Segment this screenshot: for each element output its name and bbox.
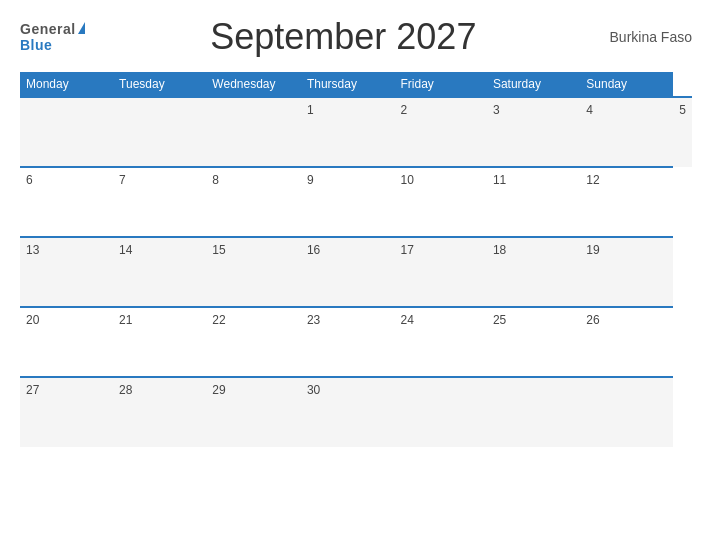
day-number: 13 xyxy=(26,243,39,257)
day-number: 15 xyxy=(212,243,225,257)
day-number: 7 xyxy=(119,173,126,187)
weekday-monday: Monday xyxy=(20,72,113,97)
calendar-week-row: 20212223242526 xyxy=(20,307,692,377)
day-number: 12 xyxy=(586,173,599,187)
weekday-tuesday: Tuesday xyxy=(113,72,206,97)
day-number: 24 xyxy=(400,313,413,327)
calendar-day-cell: 1 xyxy=(301,97,395,167)
calendar-day-cell xyxy=(394,377,486,447)
calendar-day-cell xyxy=(206,97,301,167)
weekday-friday: Friday xyxy=(394,72,486,97)
day-number: 29 xyxy=(212,383,225,397)
month-title: September 2027 xyxy=(85,16,602,58)
logo-general-text: General xyxy=(20,21,76,37)
calendar-day-cell xyxy=(580,377,673,447)
calendar-day-cell: 22 xyxy=(206,307,301,377)
calendar-day-cell: 29 xyxy=(206,377,301,447)
weekday-header-row: Monday Tuesday Wednesday Thursday Friday… xyxy=(20,72,692,97)
calendar-week-row: 27282930 xyxy=(20,377,692,447)
day-number: 11 xyxy=(493,173,506,187)
calendar-day-cell: 20 xyxy=(20,307,113,377)
calendar-day-cell: 24 xyxy=(394,307,486,377)
weekday-thursday: Thursday xyxy=(301,72,395,97)
logo: General Blue xyxy=(20,21,85,53)
country-label: Burkina Faso xyxy=(602,29,692,45)
day-number: 16 xyxy=(307,243,320,257)
day-number: 4 xyxy=(586,103,593,117)
calendar-day-cell: 16 xyxy=(301,237,395,307)
calendar-day-cell: 18 xyxy=(487,237,580,307)
day-number: 2 xyxy=(400,103,407,117)
calendar-day-cell: 25 xyxy=(487,307,580,377)
calendar-day-cell: 28 xyxy=(113,377,206,447)
calendar-day-cell: 9 xyxy=(301,167,395,237)
day-number: 1 xyxy=(307,103,314,117)
calendar-day-cell xyxy=(113,97,206,167)
day-number: 27 xyxy=(26,383,39,397)
day-number: 28 xyxy=(119,383,132,397)
calendar-grid: Monday Tuesday Wednesday Thursday Friday… xyxy=(20,72,692,447)
calendar-day-cell: 11 xyxy=(487,167,580,237)
day-number: 8 xyxy=(212,173,219,187)
calendar-day-cell: 12 xyxy=(580,167,673,237)
calendar-day-cell: 15 xyxy=(206,237,301,307)
day-number: 21 xyxy=(119,313,132,327)
calendar-week-row: 6789101112 xyxy=(20,167,692,237)
day-number: 18 xyxy=(493,243,506,257)
calendar-day-cell: 5 xyxy=(673,97,692,167)
day-number: 5 xyxy=(679,103,686,117)
day-number: 17 xyxy=(400,243,413,257)
calendar-day-cell: 2 xyxy=(394,97,486,167)
day-number: 23 xyxy=(307,313,320,327)
day-number: 14 xyxy=(119,243,132,257)
day-number: 26 xyxy=(586,313,599,327)
calendar-day-cell: 6 xyxy=(20,167,113,237)
calendar-day-cell: 19 xyxy=(580,237,673,307)
day-number: 9 xyxy=(307,173,314,187)
day-number: 10 xyxy=(400,173,413,187)
calendar-day-cell: 17 xyxy=(394,237,486,307)
calendar-day-cell: 4 xyxy=(580,97,673,167)
day-number: 20 xyxy=(26,313,39,327)
calendar-day-cell: 13 xyxy=(20,237,113,307)
calendar-day-cell: 23 xyxy=(301,307,395,377)
calendar-day-cell xyxy=(487,377,580,447)
calendar-day-cell: 14 xyxy=(113,237,206,307)
calendar-day-cell: 30 xyxy=(301,377,395,447)
calendar-day-cell xyxy=(20,97,113,167)
calendar-day-cell: 27 xyxy=(20,377,113,447)
calendar-day-cell: 7 xyxy=(113,167,206,237)
calendar-day-cell: 21 xyxy=(113,307,206,377)
calendar-day-cell: 8 xyxy=(206,167,301,237)
day-number: 3 xyxy=(493,103,500,117)
weekday-sunday: Sunday xyxy=(580,72,673,97)
day-number: 6 xyxy=(26,173,33,187)
calendar-week-row: 13141516171819 xyxy=(20,237,692,307)
day-number: 22 xyxy=(212,313,225,327)
weekday-wednesday: Wednesday xyxy=(206,72,301,97)
day-number: 19 xyxy=(586,243,599,257)
day-number: 30 xyxy=(307,383,320,397)
logo-triangle-icon xyxy=(78,22,85,34)
weekday-saturday: Saturday xyxy=(487,72,580,97)
calendar-container: General Blue September 2027 Burkina Faso… xyxy=(0,0,712,550)
calendar-header: General Blue September 2027 Burkina Faso xyxy=(20,16,692,58)
calendar-day-cell: 26 xyxy=(580,307,673,377)
day-number: 25 xyxy=(493,313,506,327)
logo-blue-text: Blue xyxy=(20,37,52,53)
calendar-week-row: 12345 xyxy=(20,97,692,167)
calendar-day-cell: 3 xyxy=(487,97,580,167)
calendar-day-cell: 10 xyxy=(394,167,486,237)
